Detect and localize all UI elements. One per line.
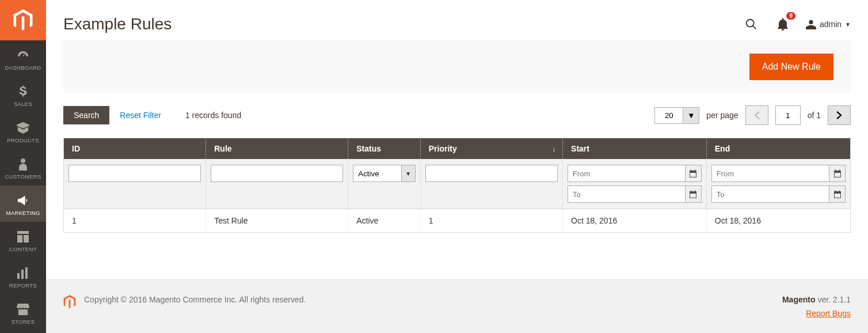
rules-grid: ID Rule Status Priority↓ Start End bbox=[63, 138, 851, 233]
sidebar-item-reports[interactable]: REPORTS bbox=[0, 258, 46, 294]
chevron-left-icon bbox=[754, 111, 760, 119]
filter-start-to-input[interactable] bbox=[568, 186, 686, 203]
sidebar: DASHBOARD SALES PRODUCTS CUSTOMERS MARKE… bbox=[0, 0, 46, 333]
caret-down-icon: ▼ bbox=[845, 21, 851, 28]
cell-rule: Test Rule bbox=[206, 209, 348, 233]
user-menu[interactable]: admin ▼ bbox=[806, 19, 851, 29]
sidebar-item-marketing[interactable]: MARKETING bbox=[0, 186, 46, 222]
calendar-button[interactable] bbox=[829, 186, 846, 203]
filter-id-input[interactable] bbox=[68, 165, 201, 182]
report-bugs-link[interactable]: Report Bugs bbox=[782, 309, 851, 318]
column-header-end[interactable]: End bbox=[706, 138, 850, 159]
sidebar-item-label: CONTENT bbox=[9, 246, 37, 252]
caret-down-icon: ▼ bbox=[687, 111, 695, 120]
filter-row: Active ▼ bbox=[64, 159, 850, 209]
calendar-icon bbox=[833, 190, 842, 198]
sidebar-item-products[interactable]: PRODUCTS bbox=[0, 113, 46, 149]
add-new-rule-button[interactable]: Add New Rule bbox=[749, 54, 833, 80]
sidebar-item-label: STORES bbox=[12, 319, 35, 325]
megaphone-icon bbox=[2, 194, 44, 207]
column-header-start[interactable]: Start bbox=[563, 138, 707, 159]
cell-status: Active bbox=[348, 209, 421, 233]
column-header-rule[interactable]: Rule bbox=[206, 138, 348, 159]
per-page-dropdown-button[interactable]: ▼ bbox=[683, 108, 699, 123]
sidebar-item-sales[interactable]: SALES bbox=[0, 77, 46, 113]
notifications-button[interactable]: 9 bbox=[775, 16, 791, 33]
records-found: 1 records found bbox=[185, 111, 241, 120]
bar-chart-icon bbox=[2, 266, 44, 280]
bell-icon bbox=[777, 18, 789, 31]
page-of-label: of 1 bbox=[808, 111, 821, 120]
cell-id: 1 bbox=[64, 209, 206, 233]
reset-filter-link[interactable]: Reset Filter bbox=[120, 111, 161, 120]
calendar-icon bbox=[689, 169, 697, 177]
magento-logo[interactable] bbox=[0, 0, 46, 40]
search-grid-button[interactable]: Search bbox=[63, 106, 109, 124]
chevron-right-icon bbox=[836, 111, 842, 119]
prev-page-button[interactable] bbox=[745, 105, 768, 125]
filter-end-from-input[interactable] bbox=[711, 165, 829, 182]
per-page-select[interactable]: ▼ bbox=[654, 107, 699, 124]
sidebar-item-label: DASHBOARD bbox=[5, 65, 41, 71]
caret-down-icon: ▼ bbox=[405, 171, 411, 177]
sidebar-item-label: PRODUCTS bbox=[7, 137, 39, 143]
sidebar-item-content[interactable]: CONTENT bbox=[0, 222, 46, 258]
footer: Copyright © 2016 Magento Commerce Inc. A… bbox=[46, 279, 868, 333]
calendar-icon bbox=[689, 190, 697, 198]
cell-start: Oct 18, 2016 bbox=[563, 209, 707, 233]
sidebar-item-stores[interactable]: STORES bbox=[0, 294, 46, 331]
filter-status-select[interactable]: Active bbox=[353, 165, 402, 182]
per-page-value[interactable] bbox=[655, 108, 683, 123]
search-button[interactable] bbox=[743, 16, 760, 33]
footer-copyright: Copyright © 2016 Magento Commerce Inc. A… bbox=[84, 295, 306, 304]
column-header-id[interactable]: ID bbox=[64, 138, 206, 159]
layout-icon bbox=[2, 230, 44, 244]
column-header-priority[interactable]: Priority↓ bbox=[420, 138, 562, 159]
page-title: Example Rules bbox=[63, 15, 743, 33]
next-page-button[interactable] bbox=[828, 105, 851, 125]
person-icon bbox=[2, 157, 44, 171]
user-label: admin bbox=[820, 20, 842, 29]
calendar-icon bbox=[833, 169, 842, 177]
svg-rect-3 bbox=[25, 267, 28, 279]
sidebar-item-label: REPORTS bbox=[9, 282, 37, 289]
svg-rect-1 bbox=[17, 273, 20, 279]
svg-rect-2 bbox=[21, 270, 24, 279]
notification-count: 9 bbox=[786, 12, 795, 20]
calendar-button[interactable] bbox=[829, 165, 846, 182]
table-row[interactable]: 1 Test Rule Active 1 Oct 18, 2016 Oct 18… bbox=[64, 209, 850, 233]
cell-end: Oct 18, 2016 bbox=[706, 209, 850, 233]
cell-priority: 1 bbox=[420, 209, 562, 233]
per-page-label: per page bbox=[706, 111, 738, 120]
sidebar-item-dashboard[interactable]: DASHBOARD bbox=[0, 40, 46, 77]
search-icon bbox=[745, 18, 757, 31]
gauge-icon bbox=[2, 48, 44, 62]
select-dropdown-button[interactable]: ▼ bbox=[402, 165, 416, 182]
calendar-button[interactable] bbox=[686, 165, 702, 182]
box-icon bbox=[2, 121, 44, 135]
filter-priority-input[interactable] bbox=[425, 165, 558, 182]
page-number-input[interactable] bbox=[775, 105, 801, 125]
svg-point-0 bbox=[21, 158, 25, 163]
filter-end-to-input[interactable] bbox=[711, 186, 829, 203]
sidebar-item-label: CUSTOMERS bbox=[5, 173, 41, 180]
dollar-icon bbox=[2, 85, 44, 99]
sidebar-item-label: MARKETING bbox=[6, 210, 40, 216]
storefront-icon bbox=[2, 302, 44, 316]
magento-logo-small bbox=[63, 295, 76, 311]
sidebar-item-label: SALES bbox=[14, 101, 32, 107]
filter-start-from-input[interactable] bbox=[568, 165, 686, 182]
column-header-status[interactable]: Status bbox=[348, 138, 421, 159]
footer-version: Magento ver. 2.1.1 bbox=[782, 295, 851, 304]
sidebar-item-customers[interactable]: CUSTOMERS bbox=[0, 149, 46, 186]
user-icon bbox=[806, 19, 816, 29]
sort-down-icon: ↓ bbox=[552, 145, 555, 153]
filter-rule-input[interactable] bbox=[211, 165, 343, 182]
calendar-button[interactable] bbox=[686, 186, 702, 203]
